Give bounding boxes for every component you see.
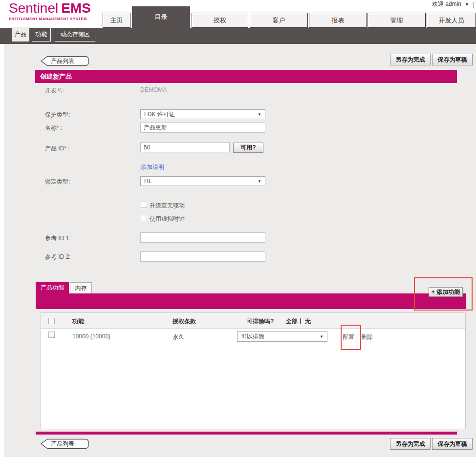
feature-table-row: 10000 (10000) 永久 可以排除 ▼ 配置 删除	[41, 329, 465, 345]
tab-administration[interactable]: 管理	[368, 13, 426, 28]
top-header: SentinelEMS ENTITLEMENT MANAGEMENT SYSTE…	[0, 0, 476, 28]
virtual-clock-checkbox[interactable]	[141, 215, 147, 221]
welcome-text: 欢迎 admin	[432, 0, 461, 8]
save-as-complete-button-bottom[interactable]: 另存为完成	[390, 438, 431, 450]
excludable-none-link[interactable]: 无	[305, 317, 311, 326]
row-license-terms-value: 永久	[173, 333, 184, 341]
product-list-back-button-top[interactable]: 产品列表	[40, 56, 89, 66]
protection-type-label: 保护类型:	[45, 111, 70, 119]
excludable-separator: |	[300, 317, 301, 324]
features-bottom-bar	[36, 432, 457, 435]
annotation-box-configure	[341, 325, 361, 350]
select-caret-icon: ▼	[258, 112, 261, 117]
ref-id-1-label: 参考 ID 1:	[45, 234, 71, 243]
row-feature-value: 10000 (10000)	[72, 333, 110, 340]
protection-type-select[interactable]: LDK 许可证 ▼	[140, 109, 265, 119]
developer-id-value: DEMOMA	[140, 86, 167, 93]
welcome-area: 欢迎 admin ▼ |	[432, 0, 474, 8]
subtab-features[interactable]: 功能	[32, 27, 51, 42]
save-as-draft-button-top[interactable]: 保存为草稿	[432, 54, 473, 65]
select-all-checkbox[interactable]	[48, 318, 55, 324]
logo-subtitle: ENTITLEMENT MANAGEMENT SYSTEM	[9, 17, 91, 21]
ref-id-1-input[interactable]	[140, 232, 265, 243]
developer-id-label: 开发号:	[45, 86, 64, 95]
features-header-bar	[36, 293, 466, 309]
excludable-select[interactable]: 可以排除 ▼	[237, 331, 327, 342]
ref-id-2-input[interactable]	[140, 251, 265, 262]
logo-title-accent: EMS	[61, 0, 91, 16]
subtab-products[interactable]: 产品	[12, 27, 29, 42]
product-list-back-button-bottom[interactable]: 产品列表	[40, 438, 89, 449]
welcome-separator: |	[473, 1, 474, 8]
tab-customers[interactable]: 客户	[250, 13, 308, 28]
delete-link[interactable]: 删除	[361, 333, 373, 341]
check-id-available-button[interactable]: 可用?	[233, 143, 263, 153]
features-table: 功能 授权条款 可排除吗? 全部 | 无 10000 (10000) 永久 可以…	[41, 312, 466, 429]
driverless-upgrade-checkbox[interactable]	[141, 202, 147, 208]
tab-home[interactable]: 主页	[103, 13, 130, 28]
tab-product-features[interactable]: 产品功能	[36, 282, 69, 294]
subtab-memory-area[interactable]: 动态存储区	[55, 27, 95, 42]
product-list-back-label: 产品列表	[51, 57, 74, 65]
select-caret-icon: ▼	[320, 334, 324, 339]
product-list-back-label: 产品列表	[51, 440, 74, 448]
column-excludable: 可排除吗?	[247, 317, 274, 326]
save-as-draft-button-bottom[interactable]: 保存为草稿	[432, 438, 473, 450]
product-id-input[interactable]	[140, 142, 230, 152]
tab-reports[interactable]: 报表	[309, 13, 367, 28]
user-menu-caret-icon[interactable]: ▼	[465, 2, 469, 7]
add-description-link[interactable]: 添加说明	[141, 163, 164, 171]
tab-entitlements[interactable]: 授权	[192, 13, 248, 28]
column-license-terms: 授权条款	[173, 317, 196, 326]
locking-type-value: HL	[144, 178, 151, 185]
virtual-clock-label: 使用虚拟时钟	[150, 215, 185, 223]
name-input[interactable]	[140, 123, 265, 133]
page: SentinelEMS ENTITLEMENT MANAGEMENT SYSTE…	[0, 0, 476, 457]
row-checkbox[interactable]	[48, 332, 55, 338]
excludable-select-value: 可以排除	[241, 332, 264, 341]
annotation-box-add-feature	[414, 277, 473, 311]
logo-title: SentinelEMS	[9, 1, 91, 16]
column-feature: 功能	[72, 317, 84, 326]
locking-type-label: 锁定类型:	[45, 178, 70, 186]
create-product-title-bar: 创建新产品	[35, 70, 457, 83]
tab-developers[interactable]: 开发人员	[427, 13, 476, 28]
locking-type-select[interactable]: HL ▼	[140, 176, 265, 186]
driverless-upgrade-label: 升级至无驱动	[150, 202, 185, 210]
features-table-header: 功能 授权条款 可排除吗? 全部 | 无	[41, 313, 465, 329]
excludable-all-link[interactable]: 全部	[286, 317, 298, 326]
name-label: 名称* :	[45, 124, 62, 132]
product-id-label: 产品 ID* :	[45, 145, 70, 153]
tab-catalog[interactable]: 目录	[132, 6, 190, 28]
logo-title-main: Sentinel	[9, 0, 58, 16]
protection-type-value: LDK 许可证	[144, 110, 175, 119]
select-caret-icon: ▼	[258, 179, 261, 184]
sentinel-ems-logo[interactable]: SentinelEMS ENTITLEMENT MANAGEMENT SYSTE…	[9, 1, 91, 21]
save-as-complete-button-top[interactable]: 另存为完成	[390, 54, 431, 65]
ref-id-2-label: 参考 ID 2:	[45, 253, 71, 261]
tab-memory[interactable]: 内存	[70, 282, 92, 294]
